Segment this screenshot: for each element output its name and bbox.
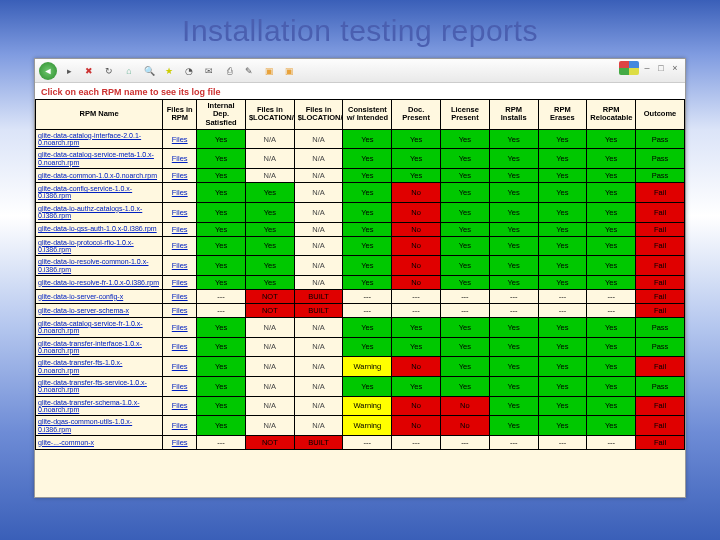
files-link[interactable]: Files — [163, 183, 197, 203]
favorites-icon[interactable]: ★ — [161, 63, 177, 79]
rpm-name-link[interactable]: glite-data-io-gss-auth-1.0.x-0.i386.rpm — [36, 222, 163, 236]
status-cell: Yes — [538, 222, 587, 236]
close-button[interactable]: × — [669, 63, 681, 73]
status-cell: Yes — [441, 236, 490, 256]
files-link[interactable]: Files — [163, 303, 197, 317]
table-row: glite-data-io-authz-catalogs-1.0.x-0.i38… — [36, 202, 685, 222]
status-cell: Yes — [587, 357, 636, 377]
files-link[interactable]: Files — [163, 376, 197, 396]
rpm-name-link[interactable]: glite-data-io-server-config-x — [36, 289, 163, 303]
table-header-row: RPM NameFiles in RPMInternal Dep. Satisf… — [36, 100, 685, 130]
status-cell: Yes — [392, 149, 441, 169]
status-cell: Pass — [636, 149, 685, 169]
rpm-name-link[interactable]: glite-data-transfer-fts-service-1.0.x-0.… — [36, 376, 163, 396]
files-link[interactable]: Files — [163, 357, 197, 377]
table-row: glite-...-common-xFiles---NOTBUILT------… — [36, 436, 685, 450]
rpm-name-link[interactable]: glite-data-io-protocol-rfio-1.0.x-0.i386… — [36, 236, 163, 256]
status-cell: Fail — [636, 357, 685, 377]
status-cell: Yes — [343, 317, 392, 337]
rpm-name-link[interactable]: glite-data-transfer-interface-1.0.x-0.no… — [36, 337, 163, 357]
status-cell: --- — [392, 303, 441, 317]
status-cell: --- — [197, 289, 246, 303]
files-link[interactable]: Files — [163, 149, 197, 169]
status-cell: Yes — [441, 376, 490, 396]
status-cell: Yes — [197, 222, 246, 236]
folder-icon[interactable]: ▣ — [261, 63, 277, 79]
status-cell: Yes — [489, 236, 538, 256]
status-cell: Yes — [489, 317, 538, 337]
table-row: glite-data-io-protocol-rfio-1.0.x-0.i386… — [36, 236, 685, 256]
files-link[interactable]: Files — [163, 289, 197, 303]
folder2-icon[interactable]: ▣ — [281, 63, 297, 79]
history-icon[interactable]: ◔ — [181, 63, 197, 79]
status-cell: Yes — [489, 396, 538, 416]
status-cell: Yes — [441, 256, 490, 276]
edit-icon[interactable]: ✎ — [241, 63, 257, 79]
status-cell: Yes — [538, 256, 587, 276]
minimize-button[interactable]: – — [641, 63, 653, 73]
stop-icon[interactable]: ✖ — [81, 63, 97, 79]
print-icon[interactable]: ⎙ — [221, 63, 237, 79]
search-icon[interactable]: 🔍 — [141, 63, 157, 79]
files-link[interactable]: Files — [163, 275, 197, 289]
rpm-name-link[interactable]: glite-...-common-x — [36, 436, 163, 450]
status-cell: Yes — [587, 275, 636, 289]
home-icon[interactable]: ⌂ — [121, 63, 137, 79]
files-link[interactable]: Files — [163, 396, 197, 416]
status-cell: --- — [587, 303, 636, 317]
refresh-icon[interactable]: ↻ — [101, 63, 117, 79]
status-cell: Yes — [441, 183, 490, 203]
status-cell: Yes — [343, 222, 392, 236]
mail-icon[interactable]: ✉ — [201, 63, 217, 79]
files-link[interactable]: Files — [163, 202, 197, 222]
rpm-name-link[interactable]: glite-data-catalog-interface-2.0.1-0.noa… — [36, 129, 163, 149]
maximize-button[interactable]: □ — [655, 63, 667, 73]
rpm-name-link[interactable]: glite-data-io-authz-catalogs-1.0.x-0.i38… — [36, 202, 163, 222]
rpm-name-link[interactable]: glite-dgas-common-utils-1.0.x-0.i386.rpm — [36, 416, 163, 436]
status-cell: N/A — [245, 357, 294, 377]
status-cell: N/A — [294, 149, 343, 169]
windows-flag-icon — [619, 61, 639, 75]
files-link[interactable]: Files — [163, 129, 197, 149]
files-link[interactable]: Files — [163, 337, 197, 357]
rpm-name-link[interactable]: glite-data-common-1.0.x-0.noarch.rpm — [36, 169, 163, 183]
status-cell: Yes — [392, 376, 441, 396]
col-header: RPM Name — [36, 100, 163, 130]
files-link[interactable]: Files — [163, 236, 197, 256]
status-cell: --- — [489, 289, 538, 303]
files-link[interactable]: Files — [163, 169, 197, 183]
forward-icon[interactable]: ▸ — [61, 63, 77, 79]
rpm-name-link[interactable]: glite-data-io-server-schema-x — [36, 303, 163, 317]
rpm-name-link[interactable]: glite-data-io-resolve-fr-1.0.x-0.i386.rp… — [36, 275, 163, 289]
files-link[interactable]: Files — [163, 256, 197, 276]
status-cell: Yes — [343, 149, 392, 169]
table-row: glite-data-catalog-interface-2.0.1-0.noa… — [36, 129, 685, 149]
files-link[interactable]: Files — [163, 222, 197, 236]
files-link[interactable]: Files — [163, 317, 197, 337]
status-cell: N/A — [294, 129, 343, 149]
back-icon[interactable]: ◄ — [39, 62, 57, 80]
status-cell: --- — [392, 289, 441, 303]
table-row: glite-data-catalog-service-meta-1.0.x-0.… — [36, 149, 685, 169]
status-cell: Yes — [441, 202, 490, 222]
rpm-name-link[interactable]: glite-data-catalog-service-fr-1.0.x-0.no… — [36, 317, 163, 337]
files-link[interactable]: Files — [163, 416, 197, 436]
status-cell: BUILT — [294, 303, 343, 317]
rpm-name-link[interactable]: glite-data-io-resolve-common-1.0.x-0.i38… — [36, 256, 163, 276]
status-cell: Yes — [587, 202, 636, 222]
status-cell: No — [441, 396, 490, 416]
col-header: Doc. Present — [392, 100, 441, 130]
status-cell: --- — [489, 303, 538, 317]
status-cell: Yes — [538, 376, 587, 396]
rpm-name-link[interactable]: glite-data-transfer-schema-1.0.x-0.noarc… — [36, 396, 163, 416]
status-cell: N/A — [245, 396, 294, 416]
status-cell: N/A — [294, 256, 343, 276]
table-row: glite-data-common-1.0.x-0.noarch.rpmFile… — [36, 169, 685, 183]
rpm-name-link[interactable]: glite-data-transfer-fts-1.0.x-0.noarch.r… — [36, 357, 163, 377]
status-cell: Fail — [636, 275, 685, 289]
status-cell: Pass — [636, 169, 685, 183]
table-row: glite-data-config-service-1.0.x-0.i386.r… — [36, 183, 685, 203]
rpm-name-link[interactable]: glite-data-catalog-service-meta-1.0.x-0.… — [36, 149, 163, 169]
files-link[interactable]: Files — [163, 436, 197, 450]
rpm-name-link[interactable]: glite-data-config-service-1.0.x-0.i386.r… — [36, 183, 163, 203]
